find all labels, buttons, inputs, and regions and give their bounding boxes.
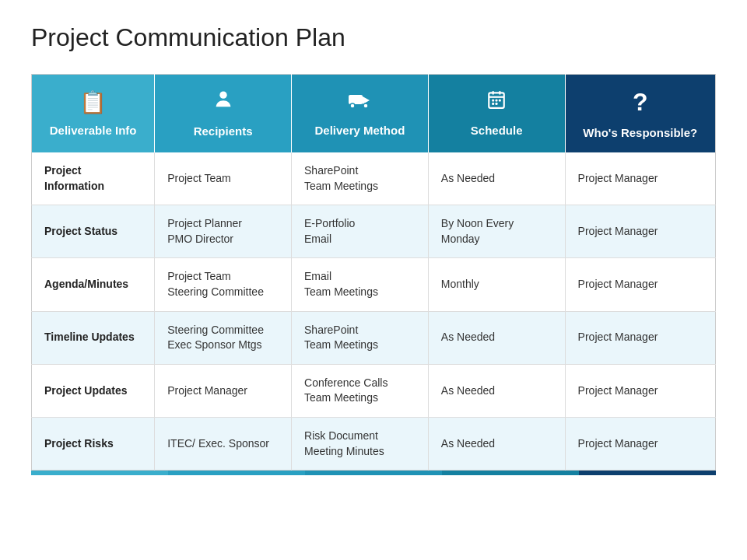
svg-point-4 [363,103,368,108]
col-label-schedule: Schedule [471,123,523,138]
cell-responsible: Project Manager [565,258,715,311]
deliverable-label: Project Status [44,225,117,237]
deliverable-label: Agenda/Minutes [44,278,128,290]
communication-plan-table: 📋 Deliverable Info Recipients [31,74,716,471]
col-header-schedule: Schedule [428,75,565,153]
table-row: Project RisksITEC/ Exec. SponsorRisk Doc… [32,417,716,470]
svg-point-3 [350,103,355,108]
cell-responsible: Project Manager [565,364,715,417]
col-label-deliverable: Deliverable Info [50,123,137,138]
cell-recipients: ITEC/ Exec. Sponsor [155,417,292,470]
table-row: Timeline UpdatesSteering CommitteeExec S… [32,311,716,364]
deliverable-label: Timeline Updates [44,331,135,343]
col-header-delivery: Delivery Method [292,75,429,153]
cell-schedule: Monthly [428,258,565,311]
cell-delivery: SharePointTeam Meetings [292,152,429,205]
table-body: Project InformationProject TeamSharePoin… [32,152,716,471]
person-icon [212,89,234,117]
table-row: Project UpdatesProject ManagerConference… [32,364,716,417]
bottom-bar [31,471,716,475]
cell-deliverable: Project Information [32,152,155,205]
table-row: Agenda/MinutesProject TeamSteering Commi… [32,258,716,311]
cell-schedule: As Needed [428,311,565,364]
col-header-recipients: Recipients [155,75,292,153]
table-header-row: 📋 Deliverable Info Recipients [32,75,716,153]
deliverable-label: Project Information [44,164,104,192]
deliverable-label: Project Risks [44,437,114,450]
calendar-icon [486,89,507,117]
cell-responsible: Project Manager [565,205,715,258]
col-label-delivery: Delivery Method [314,123,405,138]
cell-recipients: Steering CommitteeExec Sponsor Mtgs [155,311,292,364]
cell-schedule: As Needed [428,417,565,470]
cell-deliverable: Project Risks [32,417,155,470]
cell-deliverable: Project Status [32,205,155,258]
table-row: Project InformationProject TeamSharePoin… [32,152,716,205]
deliverable-label: Project Updates [44,384,128,397]
cell-responsible: Project Manager [565,152,715,205]
cell-schedule: As Needed [428,364,565,417]
cell-responsible: Project Manager [565,311,715,364]
cell-schedule: By Noon Every Monday [428,205,565,258]
col-label-recipients: Recipients [194,124,253,139]
col-label-responsible: Who's Responsible? [583,125,697,141]
page-title: Project Communication Plan [31,23,716,52]
col-header-responsible: ? Who's Responsible? [565,75,715,153]
question-icon: ? [633,86,648,119]
cell-delivery: E-PortfolioEmail [292,205,429,258]
document-icon: 📋 [79,89,107,117]
svg-point-0 [219,91,226,98]
cell-recipients: Project TeamSteering Committee [155,258,292,311]
cell-deliverable: Timeline Updates [32,311,155,364]
cell-responsible: Project Manager [565,417,715,470]
cell-delivery: Conference CallsTeam Meetings [292,364,429,417]
cell-delivery: SharePointTeam Meetings [292,311,429,364]
table-row: Project StatusProject PlannerPMO Directo… [32,205,716,258]
cell-delivery: EmailTeam Meetings [292,258,429,311]
cell-deliverable: Agenda/Minutes [32,258,155,311]
cell-recipients: Project Team [155,152,292,205]
cell-delivery: Risk DocumentMeeting Minutes [292,417,429,470]
cell-deliverable: Project Updates [32,364,155,417]
cell-recipients: Project Manager [155,364,292,417]
svg-rect-1 [349,95,363,104]
col-header-deliverable: 📋 Deliverable Info [32,75,155,153]
delivery-icon [348,89,371,117]
cell-recipients: Project PlannerPMO Director [155,205,292,258]
cell-schedule: As Needed [428,152,565,205]
